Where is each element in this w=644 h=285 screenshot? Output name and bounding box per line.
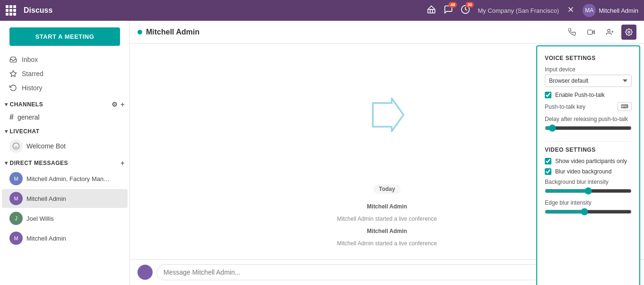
- channel-general-label: general: [17, 113, 40, 121]
- bg-blur-slider[interactable]: [545, 187, 632, 195]
- dm-label-1: Mitchell Admin: [26, 195, 66, 202]
- message-input[interactable]: [156, 264, 547, 280]
- chat-input-avatar: [137, 265, 153, 280]
- app-title: Discuss: [24, 6, 52, 15]
- ptt-key-row: Push-to-talk key ⌨: [545, 102, 632, 111]
- bot-icon: [12, 142, 20, 150]
- enable-ptt-row[interactable]: Enable Push-to-talk: [545, 92, 632, 98]
- dm-chevron[interactable]: ▾: [5, 160, 8, 166]
- chat-area: Mitchell Admin: [130, 21, 644, 285]
- blur-bg-row[interactable]: Blur video background: [545, 168, 632, 175]
- inbox-icon: [9, 56, 17, 63]
- dm-label: DIRECT MESSAGES: [10, 160, 121, 166]
- enable-ptt-checkbox[interactable]: [545, 92, 551, 98]
- company-name[interactable]: My Company (San Francisco): [478, 7, 559, 14]
- event-action-0: Mitchell Admin started a live conference: [337, 216, 437, 222]
- livechat-section-header: ▾ LIVECHAT: [0, 124, 129, 137]
- edge-blur-label: Edge blur intensity: [545, 199, 632, 206]
- history-icon: [9, 84, 17, 92]
- blur-bg-label: Blur video background: [555, 168, 611, 175]
- livechat-welcome-bot[interactable]: Welcome Bot: [0, 137, 129, 155]
- add-user-icon-button[interactable]: [602, 25, 618, 40]
- show-participants-checkbox[interactable]: [545, 158, 551, 164]
- bot-avatar: [9, 139, 23, 153]
- event-user-1: Mitchell Admin: [367, 228, 407, 234]
- channels-actions: ⚙ +: [112, 101, 125, 108]
- livechat-chevron[interactable]: ▾: [5, 128, 8, 135]
- topnav: Discuss 49 30 My Company (San Francisco): [0, 0, 644, 21]
- channels-chevron[interactable]: ▾: [5, 101, 8, 108]
- dm-section-header: ▾ DIRECT MESSAGES +: [0, 155, 129, 169]
- user-menu[interactable]: MA Mitchell Admin: [583, 4, 638, 17]
- settings-icon-button[interactable]: [621, 25, 636, 40]
- chat-header-left: Mitchell Admin: [137, 28, 199, 36]
- dm-avatar-1: M: [9, 192, 23, 205]
- video-settings-title: VIDEO SETTINGS: [545, 147, 632, 153]
- sidebar-nav: Inbox Starred History: [0, 51, 129, 97]
- user-avatar: MA: [583, 4, 596, 17]
- delay-slider[interactable]: [545, 124, 632, 132]
- channels-label: CHANNELS: [10, 101, 112, 108]
- event-action-1: Mitchell Admin started a live conference: [337, 240, 437, 247]
- close-icon-button[interactable]: [567, 5, 575, 16]
- channel-general[interactable]: # general: [0, 110, 129, 124]
- delay-label: Delay after releasing push-to-talk: [545, 116, 632, 122]
- channels-add-icon[interactable]: +: [120, 101, 125, 108]
- voice-settings-title: VOICE SETTINGS: [545, 55, 632, 61]
- history-label: History: [22, 84, 43, 92]
- video-icon: [587, 28, 595, 36]
- svg-point-13: [628, 31, 630, 33]
- sidebar-item-starred[interactable]: Starred: [0, 67, 129, 81]
- chat-header-icons: [565, 25, 636, 40]
- ptt-key-label: Push-to-talk key: [545, 104, 585, 110]
- topnav-icons: 49 30 My Company (San Francisco) MA Mitc…: [427, 4, 638, 17]
- app-logo[interactable]: Discuss: [6, 5, 52, 16]
- main-layout: START A MEETING Inbox Starred: [0, 21, 644, 285]
- edge-blur-slider[interactable]: [545, 208, 632, 216]
- clock-badge: 30: [465, 2, 474, 8]
- dm-add-icon[interactable]: +: [120, 159, 125, 167]
- user-name: Mitchell Admin: [599, 7, 638, 14]
- add-user-icon: [606, 28, 614, 36]
- svg-point-10: [608, 29, 610, 32]
- clock-icon-button[interactable]: 30: [461, 5, 470, 16]
- gear-icon: [625, 28, 633, 36]
- settings-panel: VOICE SETTINGS Input device Browser defa…: [536, 45, 640, 285]
- start-meeting-button[interactable]: START A MEETING: [9, 27, 120, 46]
- dm-label-2: Joel Willis: [26, 215, 54, 222]
- dm-item-2[interactable]: J Joel Willis: [2, 209, 128, 228]
- keyboard-icon[interactable]: ⌨: [618, 102, 632, 111]
- blur-bg-checkbox[interactable]: [545, 168, 551, 175]
- chat-header: Mitchell Admin: [130, 21, 644, 43]
- svg-marker-4: [10, 70, 16, 77]
- chat-icon-button[interactable]: 49: [444, 5, 453, 16]
- sidebar-item-history[interactable]: History: [0, 81, 129, 95]
- event-user-0: Mitchell Admin: [367, 203, 407, 210]
- voice-call-icon-button[interactable]: [565, 25, 580, 40]
- channels-settings-icon[interactable]: ⚙: [112, 101, 118, 108]
- home-icon-button[interactable]: [427, 5, 436, 16]
- sidebar: START A MEETING Inbox Starred: [0, 21, 130, 285]
- show-participants-row[interactable]: Show video participants only: [545, 158, 632, 164]
- svg-marker-8: [592, 30, 595, 34]
- dm-item-0[interactable]: M Mitchell Admin, Factory Manager, inv..…: [2, 169, 128, 188]
- dm-avatar-2: J: [9, 212, 23, 225]
- input-device-select[interactable]: Browser default: [545, 75, 632, 87]
- svg-rect-9: [588, 30, 592, 34]
- dm-label-0: Mitchell Admin, Factory Manager, inv...: [26, 175, 112, 182]
- input-device-label: Input device: [545, 66, 632, 73]
- online-status-dot: [137, 30, 142, 35]
- svg-marker-14: [373, 98, 404, 131]
- enable-ptt-label: Enable Push-to-talk: [555, 92, 605, 98]
- hash-icon: #: [9, 113, 14, 121]
- dm-label-3: Mitchell Admin: [26, 235, 66, 242]
- dm-item-1[interactable]: M Mitchell Admin: [2, 189, 128, 208]
- video-call-icon-button[interactable]: [584, 25, 599, 40]
- grid-icon: [6, 5, 16, 16]
- phone-icon: [568, 28, 576, 36]
- sidebar-item-inbox[interactable]: Inbox: [0, 52, 129, 67]
- close-icon: [567, 5, 575, 14]
- starred-label: Starred: [22, 70, 43, 78]
- chat-contact-name: Mitchell Admin: [146, 28, 199, 36]
- dm-item-3[interactable]: M Mitchell Admin: [2, 229, 128, 248]
